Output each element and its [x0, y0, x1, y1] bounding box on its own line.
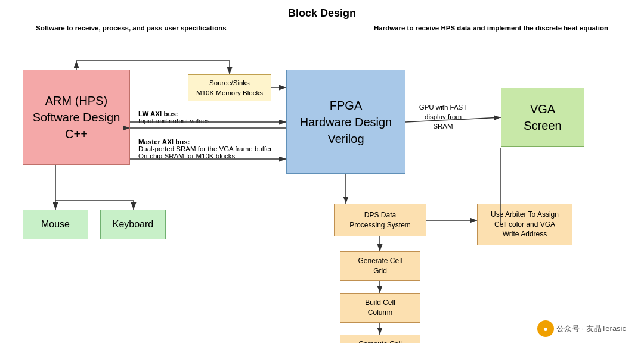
- page-title: Block Design: [0, 0, 644, 22]
- subtitle-right: Hardware to receive HPS data and impleme…: [374, 24, 608, 32]
- keyboard-box: Keyboard: [100, 210, 166, 239]
- subtitle-left: Software to receive, process, and pass u…: [36, 24, 227, 32]
- fpga-box: FPGA Hardware Design Verilog: [286, 70, 405, 174]
- dps-box: DPS Data Processing System: [334, 204, 426, 236]
- watermark: ● 公众号 · 友晶Terasic: [537, 320, 626, 337]
- gpu-label: GPU with FAST display from SRAM: [416, 102, 470, 131]
- arm-box: ARM (HPS) Software Design C++: [23, 70, 130, 165]
- watermark-text: 公众号 · 友晶Terasic: [556, 323, 626, 334]
- vga-box: VGA Screen: [501, 88, 584, 147]
- watermark-icon: ●: [537, 320, 554, 337]
- arbiter-box: Use Arbiter To Assign Cell color and VGA…: [477, 204, 572, 245]
- compute-box: Compute Cell Value: [340, 335, 420, 343]
- mouse-box: Mouse: [23, 210, 88, 239]
- master-axi-label: Master AXI bus: Dual-ported SRAM for the…: [138, 138, 272, 160]
- source-box: Source/Sinks M10K Memory Blocks: [188, 74, 271, 101]
- lw-axi-label: LW AXI bus: Input and output values: [138, 110, 210, 124]
- generate-box: Generate Cell Grid: [340, 251, 420, 281]
- build-box: Build Cell Column: [340, 293, 420, 323]
